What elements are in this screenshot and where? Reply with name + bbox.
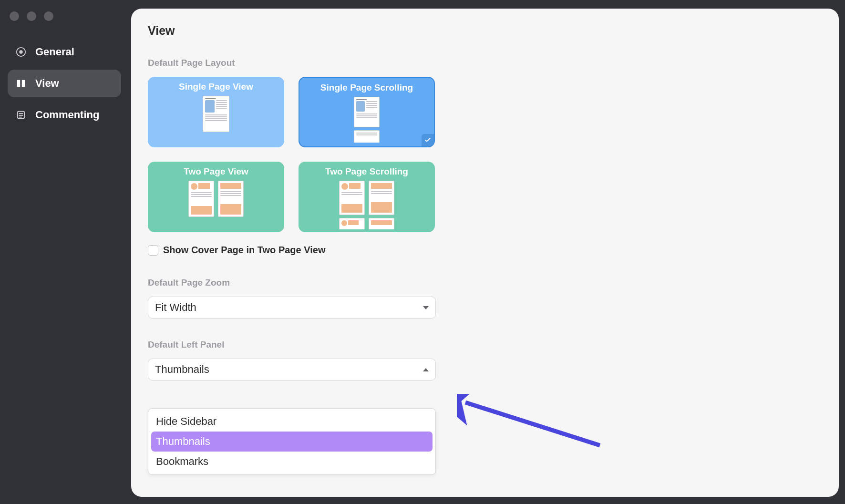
page-thumb-icon — [354, 97, 380, 127]
window-controls — [10, 11, 53, 21]
page-thumb-icon — [203, 96, 229, 132]
sidebar-item-view[interactable]: View — [8, 70, 121, 97]
layout-option-label: Two Page Scrolling — [325, 166, 408, 177]
note-icon — [15, 109, 27, 121]
left-panel-dropdown: Hide Sidebar Thumbnails Bookmarks — [148, 408, 436, 475]
dropdown-option-thumbnails[interactable]: Thumbnails — [151, 432, 433, 452]
page-thumb-icon — [369, 218, 394, 229]
page-thumb-icon — [354, 130, 380, 143]
page-thumb-icon — [369, 181, 394, 215]
page-thumb-icon — [339, 218, 365, 229]
zoom-select-value: Fit Width — [155, 301, 196, 314]
layout-option-label: Single Page View — [179, 82, 253, 92]
close-window-dot[interactable] — [10, 11, 19, 21]
layout-option-label: Two Page View — [184, 166, 248, 177]
layout-options-grid: Single Page View Single Page Scrolling — [148, 77, 822, 232]
sidebar-label: General — [35, 46, 74, 58]
minimize-window-dot[interactable] — [27, 11, 36, 21]
svg-point-1 — [19, 50, 22, 53]
zoom-window-dot[interactable] — [44, 11, 53, 21]
section-label-zoom: Default Page Zoom — [148, 278, 822, 288]
layout-option-two-page-scrolling[interactable]: Two Page Scrolling — [299, 162, 435, 232]
page-thumb-icon — [339, 181, 365, 215]
section-label-layout: Default Page Layout — [148, 58, 822, 68]
columns-icon — [15, 78, 27, 89]
cover-page-checkbox[interactable] — [148, 245, 158, 256]
svg-rect-2 — [17, 80, 20, 87]
layout-option-single-page-scrolling[interactable]: Single Page Scrolling — [299, 77, 435, 147]
zoom-select[interactable]: Fit Width — [148, 297, 436, 319]
dropdown-option-hide-sidebar[interactable]: Hide Sidebar — [151, 411, 433, 432]
layout-option-single-page-view[interactable]: Single Page View — [148, 77, 284, 147]
cover-page-checkbox-label: Show Cover Page in Two Page View — [163, 245, 325, 256]
page-title: View — [148, 24, 822, 38]
settings-panel: View Default Page Layout Single Page Vie… — [131, 9, 839, 497]
left-panel-select[interactable]: Thumbnails — [148, 359, 436, 381]
section-label-left-panel: Default Left Panel — [148, 339, 822, 350]
layout-option-label: Single Page Scrolling — [320, 82, 413, 93]
radio-icon — [15, 46, 27, 58]
dropdown-option-bookmarks[interactable]: Bookmarks — [151, 452, 433, 472]
sidebar-item-general[interactable]: General — [8, 38, 121, 66]
check-icon — [422, 134, 434, 146]
page-thumb-icon — [218, 181, 244, 217]
page-thumb-icon — [188, 181, 214, 217]
svg-rect-3 — [22, 80, 25, 87]
sidebar-item-commenting[interactable]: Commenting — [8, 101, 121, 129]
layout-option-two-page-view[interactable]: Two Page View — [148, 162, 284, 232]
left-panel-select-value: Thumbnails — [155, 363, 209, 376]
settings-sidebar: General View Commenting — [8, 38, 121, 129]
chevron-down-icon — [423, 306, 429, 309]
chevron-up-icon — [423, 368, 429, 371]
sidebar-label: Commenting — [35, 109, 99, 121]
sidebar-label: View — [35, 77, 59, 90]
cover-page-checkbox-row: Show Cover Page in Two Page View — [148, 245, 822, 256]
